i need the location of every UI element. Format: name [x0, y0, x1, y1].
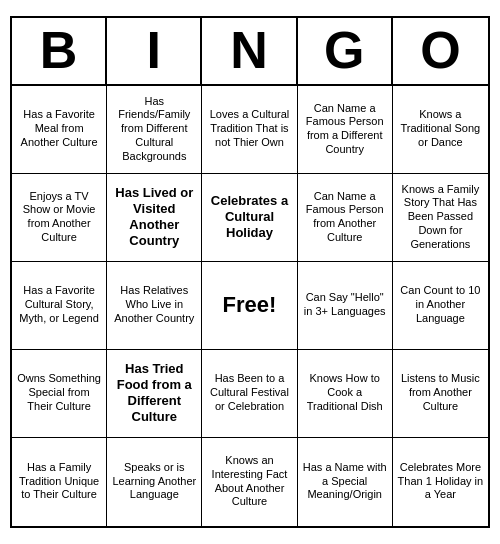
- bingo-letter-i: I: [107, 18, 202, 83]
- bingo-cell-4: Knows a Traditional Song or Dance: [393, 86, 488, 174]
- bingo-cell-12: Free!: [202, 262, 297, 350]
- bingo-cell-11: Has Relatives Who Live in Another Countr…: [107, 262, 202, 350]
- bingo-grid: Has a Favorite Meal from Another Culture…: [12, 86, 488, 526]
- bingo-cell-3: Can Name a Famous Person from a Differen…: [298, 86, 393, 174]
- bingo-cell-23: Has a Name with a Special Meaning/Origin: [298, 438, 393, 526]
- bingo-card: BINGO Has a Favorite Meal from Another C…: [10, 16, 490, 527]
- bingo-cell-21: Speaks or is Learning Another Language: [107, 438, 202, 526]
- bingo-cell-24: Celebrates More Than 1 Holiday in a Year: [393, 438, 488, 526]
- bingo-cell-8: Can Name a Famous Person from Another Cu…: [298, 174, 393, 262]
- bingo-cell-13: Can Say "Hello" in 3+ Languages: [298, 262, 393, 350]
- bingo-cell-6: Has Lived or Visited Another Country: [107, 174, 202, 262]
- bingo-cell-16: Has Tried Food from a Different Culture: [107, 350, 202, 438]
- bingo-cell-10: Has a Favorite Cultural Story, Myth, or …: [12, 262, 107, 350]
- bingo-cell-22: Knows an Interesting Fact About Another …: [202, 438, 297, 526]
- bingo-cell-1: Has Friends/Family from Different Cultur…: [107, 86, 202, 174]
- bingo-letter-b: B: [12, 18, 107, 83]
- bingo-cell-14: Can Count to 10 in Another Language: [393, 262, 488, 350]
- bingo-cell-15: Owns Something Special from Their Cultur…: [12, 350, 107, 438]
- bingo-cell-18: Knows How to Cook a Traditional Dish: [298, 350, 393, 438]
- bingo-header: BINGO: [12, 18, 488, 85]
- bingo-letter-g: G: [298, 18, 393, 83]
- bingo-cell-5: Enjoys a TV Show or Movie from Another C…: [12, 174, 107, 262]
- bingo-cell-7: Celebrates a Cultural Holiday: [202, 174, 297, 262]
- bingo-cell-17: Has Been to a Cultural Festival or Celeb…: [202, 350, 297, 438]
- bingo-cell-20: Has a Family Tradition Unique to Their C…: [12, 438, 107, 526]
- bingo-cell-19: Listens to Music from Another Culture: [393, 350, 488, 438]
- bingo-cell-9: Knows a Family Story That Has Been Passe…: [393, 174, 488, 262]
- bingo-cell-0: Has a Favorite Meal from Another Culture: [12, 86, 107, 174]
- bingo-letter-n: N: [202, 18, 297, 83]
- bingo-cell-2: Loves a Cultural Tradition That is not T…: [202, 86, 297, 174]
- bingo-letter-o: O: [393, 18, 488, 83]
